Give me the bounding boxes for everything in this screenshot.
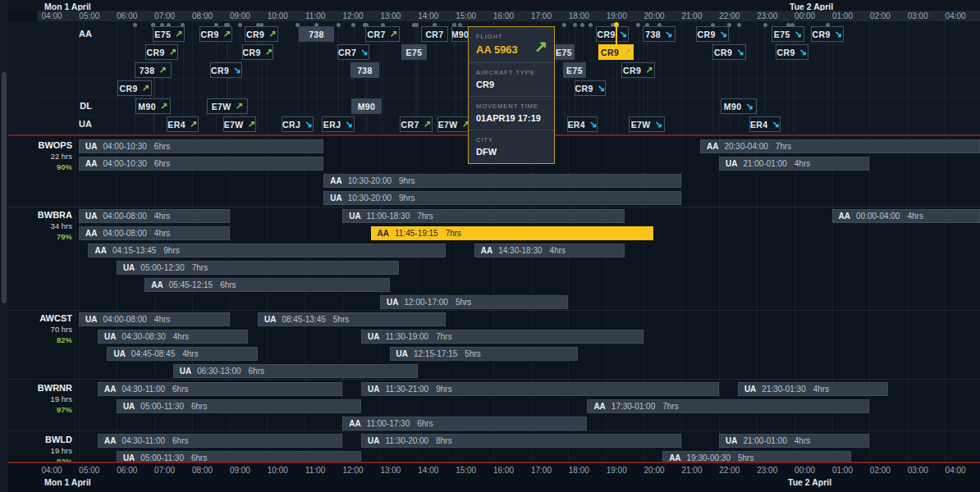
crew-shift-bar-bwops-2[interactable]: AA04:00-10:306hrs bbox=[79, 157, 323, 171]
shift-duration: 7hrs bbox=[417, 212, 433, 221]
flight-block-er4-5-8[interactable]: ER4↘ bbox=[749, 116, 781, 132]
crew-shift-bar-bwld-1[interactable]: UA11:30-20:008hrs bbox=[361, 434, 681, 448]
flight-block-cr9-0-11[interactable]: CR9↘ bbox=[811, 26, 844, 42]
flight-block-e75-1-3[interactable]: E75 bbox=[401, 44, 427, 60]
crew-shift-bar-bwrnr-1[interactable]: UA11:30-21:009hrs bbox=[361, 382, 719, 396]
aircraft-type-label: M90 bbox=[138, 102, 156, 112]
flight-block-738-2-0[interactable]: 738↗ bbox=[135, 62, 172, 78]
shift-carrier-label: AA bbox=[481, 246, 492, 255]
flight-block-e7w-5-7[interactable]: E7W↘ bbox=[629, 116, 665, 132]
flight-block-er4-5-0[interactable]: ER4↗ bbox=[167, 116, 199, 132]
gridline-flight-1 bbox=[117, 21, 117, 134]
crew-shift-bar-bwops-5[interactable]: UA10:30-20:009hrs bbox=[323, 191, 681, 205]
flight-block-cr9-1-1[interactable]: CR9↗ bbox=[242, 44, 273, 60]
flight-block-e7w-5-1[interactable]: E7W↗ bbox=[223, 116, 256, 132]
flight-block-cr9-1-5[interactable]: CR9↗ bbox=[598, 44, 634, 60]
crew-shift-bar-bwld-0[interactable]: AA04:30-11:006hrs bbox=[98, 434, 342, 448]
flight-block-erj-5-3[interactable]: ERJ↘ bbox=[322, 116, 355, 132]
crew-shift-bar-awcst-3[interactable]: UA11:30-19:007hrs bbox=[361, 330, 643, 344]
flight-block-cr9-3-0[interactable]: CR9↗ bbox=[117, 80, 152, 96]
shift-time-range: 12:15-17:15 bbox=[414, 349, 457, 358]
flight-block-cr7-5-4[interactable]: CR7↗ bbox=[400, 116, 433, 132]
shift-time-range: 05:45-12:15 bbox=[169, 280, 213, 289]
shift-time-range: 04:00-08:00 bbox=[103, 229, 146, 238]
flight-block-er4-5-6[interactable]: ER4↘ bbox=[567, 116, 598, 132]
crew-shift-bar-bwops-0[interactable]: UA04:00-10:306hrs bbox=[79, 139, 323, 153]
flight-block-cr9-3-1[interactable]: CR9↘ bbox=[575, 80, 606, 96]
crew-shift-bar-awcst-0[interactable]: UA04:00-08:004hrs bbox=[79, 312, 230, 326]
shift-time-range: 04:00-10:30 bbox=[103, 159, 146, 168]
flight-block-738-2-2[interactable]: 738 bbox=[350, 62, 379, 78]
flight-block-e75-0-10[interactable]: E75↘ bbox=[772, 26, 804, 42]
flight-dot bbox=[351, 23, 355, 27]
crew-shift-bar-bwbra-2[interactable]: AA00:00-04:004hrs bbox=[832, 209, 980, 223]
flight-block-cr9-0-9[interactable]: CR9↘ bbox=[696, 26, 729, 42]
crew-shift-bar-bwld-3[interactable]: UA05:00-11:306hrs bbox=[117, 451, 361, 462]
crew-shift-bar-bwrnr-0[interactable]: AA04:30-11:006hrs bbox=[98, 382, 342, 396]
flight-block-e75-1-4[interactable]: E75 bbox=[553, 44, 575, 60]
crew-shift-bar-awcst-5[interactable]: UA12:15-17:155hrs bbox=[390, 347, 578, 361]
aircraft-type-label: CR7 bbox=[338, 48, 356, 57]
crew-shift-bar-bwrnr-3[interactable]: UA05:00-11:306hrs bbox=[117, 399, 361, 413]
flight-block-e75-2-3[interactable]: E75 bbox=[563, 62, 586, 78]
tooltip-movement-value: 01APR19 17:19 bbox=[476, 113, 547, 123]
left-scrollbar-thumb[interactable] bbox=[2, 72, 7, 303]
crew-shift-bar-bwrnr-4[interactable]: AA17:30-01:007hrs bbox=[587, 399, 869, 413]
flight-block-m90-4-2[interactable]: M90 bbox=[351, 98, 382, 114]
flight-block-crj-5-2[interactable]: CRJ↘ bbox=[282, 116, 314, 132]
crew-shift-bar-bwrnr-2[interactable]: UA21:30-01:304hrs bbox=[738, 382, 889, 396]
crew-shift-bar-bwbra-5[interactable]: AA04:15-13:459hrs bbox=[88, 244, 446, 257]
crew-shift-bar-bwld-4[interactable]: AA19:30-00:305hrs bbox=[662, 451, 850, 462]
shift-duration: 4hrs bbox=[795, 436, 810, 445]
bottom-hour-tick-1: 05:00 bbox=[75, 466, 104, 475]
flight-block-cr9-0-2[interactable]: CR9↗ bbox=[245, 26, 278, 42]
crew-shift-bar-awcst-6[interactable]: UA06:30-13:006hrs bbox=[173, 364, 418, 378]
crew-shift-bar-bwrnr-5[interactable]: AA11:00-17:306hrs bbox=[342, 417, 587, 430]
tooltip-city-value: DFW bbox=[476, 147, 547, 157]
flight-block-cr7-1-2[interactable]: CR7↘ bbox=[337, 44, 369, 60]
crew-shift-bar-bwbra-7[interactable]: UA05:00-12:307hrs bbox=[117, 261, 399, 275]
flight-block-738-0-8[interactable]: 738↘ bbox=[643, 26, 675, 42]
crew-shift-bar-bwbra-1[interactable]: UA11:00-18:307hrs bbox=[342, 209, 625, 223]
flight-block-cr9-2-4[interactable]: CR9↗ bbox=[621, 62, 655, 78]
shift-carrier-label: UA bbox=[387, 298, 398, 307]
crew-shift-bar-bwbra-4[interactable]: AA11:45-19:157hrs bbox=[371, 226, 653, 240]
flight-block-cr7-0-5[interactable]: CR7 bbox=[421, 26, 448, 42]
crew-shift-bar-bwbra-8[interactable]: AA05:45-12:156hrs bbox=[144, 278, 389, 292]
flight-block-738-0-3[interactable]: 738 bbox=[299, 26, 334, 42]
flight-block-e7w-5-5[interactable]: E7W↗ bbox=[437, 116, 470, 132]
bottom-hour-tick-19: 23:00 bbox=[753, 466, 782, 475]
top-hour-tick-14: 18:00 bbox=[564, 11, 593, 20]
crew-shift-bar-bwld-2[interactable]: UA21:00-01:004hrs bbox=[719, 434, 870, 448]
bottom-hour-tick-3: 07:00 bbox=[150, 466, 180, 475]
tooltip-flight-section: FLIGHT AA 5963 ↗ bbox=[469, 27, 554, 62]
crew-shift-bar-bwbra-9[interactable]: UA12:00-17:005hrs bbox=[380, 295, 568, 309]
flight-block-e75-0-0[interactable]: E75↗ bbox=[153, 26, 185, 42]
flight-block-m90-4-3[interactable]: M90↘ bbox=[721, 98, 757, 114]
flight-block-cr9-2-1[interactable]: CR9↘ bbox=[210, 62, 242, 78]
bottom-hour-tick-9: 13:00 bbox=[376, 466, 405, 475]
crew-shift-bar-bwbra-3[interactable]: AA04:00-08:004hrs bbox=[79, 226, 230, 240]
crew-shift-bar-awcst-2[interactable]: UA04:30-08:304hrs bbox=[98, 330, 249, 344]
crew-shift-bar-bwops-4[interactable]: AA10:30-20:009hrs bbox=[323, 174, 681, 188]
crew-shift-bar-bwbra-0[interactable]: UA04:00-08:004hrs bbox=[79, 209, 230, 223]
crew-shift-bar-bwops-1[interactable]: AA20:30-04:007hrs bbox=[700, 139, 980, 153]
flight-dot bbox=[133, 23, 137, 27]
shift-carrier-label: AA bbox=[349, 419, 360, 428]
flight-block-cr9-0-1[interactable]: CR9↗ bbox=[199, 26, 232, 42]
flight-block-e7w-4-1[interactable]: E7W↗ bbox=[207, 98, 248, 114]
crew-shift-bar-awcst-4[interactable]: UA04:45-08:454hrs bbox=[107, 347, 258, 361]
crew-shift-bar-bwops-3[interactable]: UA21:00-01:004hrs bbox=[719, 157, 870, 171]
crew-shift-bar-bwbra-6[interactable]: AA14:30-18:304hrs bbox=[474, 244, 625, 257]
top-hour-tick-17: 21:00 bbox=[677, 11, 707, 20]
flight-block-m90-4-0[interactable]: M90↗ bbox=[135, 98, 171, 114]
flight-block-cr9-1-6[interactable]: CR9↘ bbox=[712, 44, 746, 60]
crew-group-percent: 90% bbox=[8, 162, 72, 171]
flight-block-cr9-0-7[interactable]: CR9↘ bbox=[596, 26, 629, 42]
flight-block-cr7-0-4[interactable]: CR7↗ bbox=[365, 26, 400, 42]
top-hour-tick-3: 07:00 bbox=[150, 11, 180, 20]
flight-block-cr9-1-0[interactable]: CR9↗ bbox=[145, 44, 178, 60]
flight-block-m90-0-6[interactable]: M90 bbox=[451, 26, 469, 42]
crew-shift-bar-awcst-1[interactable]: UA08:45-13:455hrs bbox=[258, 312, 446, 326]
flight-block-cr9-1-7[interactable]: CR9↘ bbox=[776, 44, 808, 60]
